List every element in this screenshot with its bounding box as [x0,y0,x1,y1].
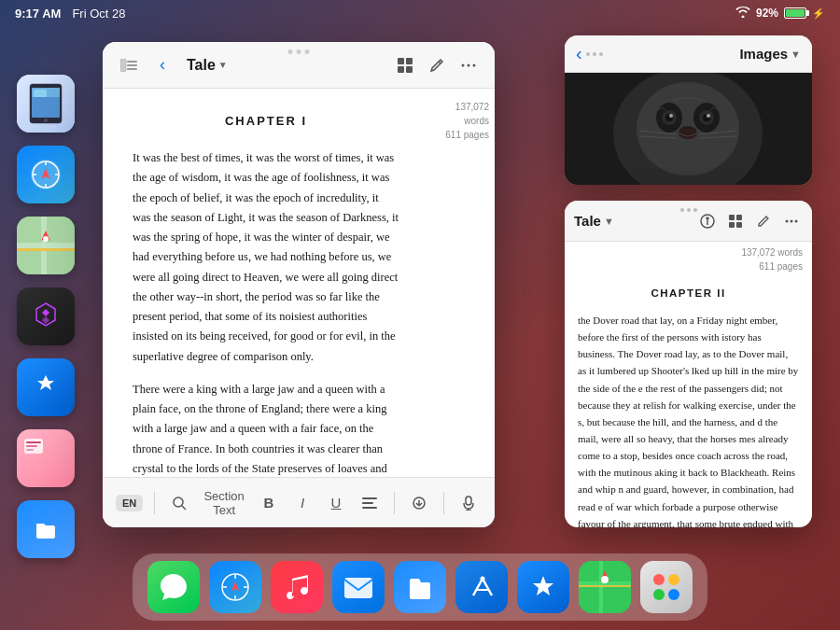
left-sidebar-apps [17,75,75,558]
tale2-toolbar-dots [680,208,697,212]
svg-rect-37 [362,497,377,499]
more-options-button[interactable] [455,52,482,78]
tale2-info-button[interactable] [696,210,719,232]
svg-point-35 [174,497,183,507]
dock-files[interactable] [394,561,446,613]
divider-2 [394,492,395,514]
search-button[interactable] [166,490,192,516]
dock-mail[interactable] [332,561,385,613]
tale2-grid-button[interactable] [724,210,747,232]
dock-maps[interactable] [579,561,631,613]
svg-rect-22 [26,449,34,451]
grid-view-button[interactable] [392,52,418,78]
status-date: Fri Oct 28 [72,7,125,21]
svg-rect-80 [344,578,372,598]
bold-button[interactable]: B [256,490,282,516]
tale2-page-count: 611 pages [574,259,803,273]
files-icon-svg [404,571,436,603]
svg-rect-39 [362,507,377,509]
music-icon-svg [283,571,311,603]
tale2-document-body[interactable]: CHAPTER II the Dover road that lay, on a… [565,275,812,527]
tale2-word-count: 137,072 words [574,245,803,259]
svg-point-32 [462,63,465,66]
svg-point-90 [668,574,679,585]
svg-rect-67 [736,215,742,220]
document-content-area: CHAPTER I It was the best of times, it w… [103,89,495,477]
charging-icon: ⚡ [812,7,825,20]
sidebar-app-maps[interactable] [17,217,75,274]
underline-button[interactable]: U [323,490,349,516]
mic-button[interactable] [455,490,482,516]
italic-button[interactable]: I [289,490,315,516]
svg-point-65 [707,217,708,219]
dock-testflight[interactable] [455,561,508,613]
dock [133,553,707,621]
tale2-pen-button[interactable] [752,210,775,232]
document-body[interactable]: CHAPTER I It was the best of times, it w… [103,89,429,477]
animal-face-svg [565,73,812,185]
svg-rect-44 [466,497,471,505]
pen-tool-button[interactable] [424,52,450,78]
images-chevron: ▼ [791,49,801,60]
language-button[interactable]: EN [116,495,143,511]
svg-marker-79 [231,581,239,591]
tale2-chevron: ▼ [604,216,614,227]
formatting-toolbar: EN Section Text B I U [103,477,495,527]
arrow-button[interactable] [406,490,432,516]
svg-point-57 [707,114,710,118]
svg-rect-29 [398,66,404,73]
svg-rect-15 [41,217,47,274]
dock-messages[interactable] [147,561,200,613]
dock-music[interactable] [271,561,323,613]
svg-rect-20 [26,441,41,443]
align-button[interactable] [357,490,383,516]
dock-launchpad[interactable] [640,561,693,613]
title-chevron: ▼ [218,60,228,70]
svg-point-70 [786,219,789,222]
tale2-toolbar: Tale ▼ [565,201,812,242]
images-toolbar: ‹ Images ▼ [565,35,812,73]
sidebar-app-files[interactable] [17,500,75,558]
toolbar-dots [288,49,310,54]
tale-window-2: Tale ▼ [565,201,812,527]
svg-rect-16 [17,248,75,251]
back-button[interactable]: ‹ [149,52,175,78]
format-style-label[interactable]: Section Text [200,489,248,517]
sidebar-toggle-button[interactable] [116,52,142,78]
dock-safari[interactable] [209,561,261,613]
word-count: 137,072 words [435,100,489,128]
images-back-button[interactable]: ‹ [576,43,582,64]
safari-icon-svg [219,571,251,603]
tale2-title: Tale ▼ [574,213,614,229]
tale2-toolbar-icons [696,210,803,232]
images-window: ‹ Images ▼ [565,35,812,185]
status-time: 9:17 AM [15,7,61,21]
launchpad-icon-svg [651,571,682,603]
svg-point-34 [473,63,476,66]
svg-point-71 [791,219,793,222]
svg-rect-28 [406,58,413,64]
svg-rect-23 [120,59,126,72]
paragraph-2: There were a king with a large jaw and a… [133,380,399,477]
svg-line-31 [439,62,441,63]
messages-icon-svg [158,571,189,603]
svg-point-88 [601,576,609,583]
svg-rect-86 [579,585,631,587]
sidebar-app-appstore[interactable] [17,358,75,416]
dock-appstore[interactable] [517,561,569,613]
paragraph-1: It was the best of times, it was the wor… [133,148,399,367]
main-word-window: ‹ Tale ▼ [103,42,495,527]
svg-point-33 [468,63,470,66]
svg-point-5 [44,119,48,122]
sidebar-app-pink[interactable] [17,429,75,487]
tale2-more-button[interactable] [780,210,803,232]
sidebar-app-ipad[interactable] [17,75,75,133]
testflight-icon-svg [466,571,497,603]
svg-rect-68 [729,222,735,228]
svg-point-18 [43,236,49,242]
appstore-icon-svg [527,571,559,603]
document-title[interactable]: Tale ▼ [187,57,228,74]
sidebar-app-shortcuts[interactable] [17,287,75,345]
tale2-stats: 137,072 words 611 pages [565,242,812,275]
sidebar-app-safari[interactable] [17,146,75,203]
